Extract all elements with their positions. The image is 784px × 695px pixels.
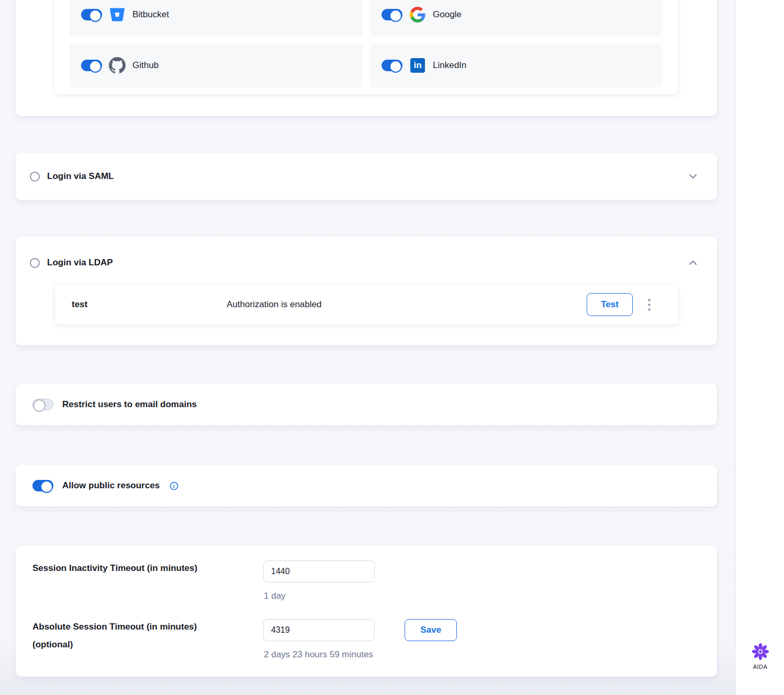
public-resources-toggle[interactable] <box>32 480 53 491</box>
ldap-config-name: test <box>72 299 227 310</box>
linkedin-icon: in <box>409 57 426 74</box>
bitbucket-icon <box>109 6 126 23</box>
absolute-timeout-input[interactable] <box>263 619 375 641</box>
provider-label: Google <box>433 9 462 20</box>
ldap-title: Login via LDAP <box>47 257 113 268</box>
aida-flower-icon <box>752 643 769 660</box>
google-icon <box>409 6 426 23</box>
bitbucket-toggle[interactable] <box>81 9 102 20</box>
ldap-config-status: Authorization is enabled <box>227 299 587 310</box>
restrict-domains-title: Restrict users to email domains <box>62 399 197 410</box>
provider-row-linkedin: in LinkedIn <box>370 43 662 87</box>
save-button[interactable]: Save <box>405 619 457 641</box>
absolute-timeout-hint: 2 days 23 hours 59 minutes <box>264 649 373 660</box>
public-resources-card: Allow public resources <box>16 465 717 507</box>
chevron-down-icon[interactable] <box>687 170 699 183</box>
inactivity-timeout-input[interactable] <box>263 561 375 582</box>
absolute-timeout-label-optional: (optional) <box>32 640 73 650</box>
ldap-config-row: test Authorization is enabled Test <box>55 285 678 324</box>
aida-label: AIDA <box>753 664 768 670</box>
google-toggle[interactable] <box>382 9 402 20</box>
provider-row-google: Google <box>370 0 662 37</box>
ldap-test-button[interactable]: Test <box>587 293 633 316</box>
social-login-card: Bitbucket Google <box>16 0 717 116</box>
absolute-timeout-label: Absolute Session Timeout (in minutes) <box>32 622 197 632</box>
ldap-radio[interactable] <box>30 258 40 268</box>
saml-section-card: Login via SAML <box>16 153 717 200</box>
github-toggle[interactable] <box>81 60 102 71</box>
provider-label: Github <box>132 60 159 71</box>
chevron-up-icon[interactable] <box>687 256 699 269</box>
auth-settings-page: Bitbucket Google <box>0 0 784 695</box>
restrict-domains-toggle[interactable] <box>32 399 53 410</box>
provider-label: Bitbucket <box>132 9 169 20</box>
info-icon[interactable] <box>170 481 178 490</box>
restrict-domains-card: Restrict users to email domains <box>16 384 717 425</box>
public-resources-title: Allow public resources <box>62 480 160 491</box>
ldap-section-card: Login via LDAP test Authorization is ena… <box>16 237 717 345</box>
provider-label: LinkedIn <box>433 60 466 71</box>
session-timeout-card: Session Inactivity Timeout (in minutes) … <box>16 546 717 677</box>
right-side-panel: AIDA <box>735 0 784 695</box>
saml-title: Login via SAML <box>47 171 114 182</box>
github-icon <box>109 57 126 74</box>
provider-row-github: Github <box>70 43 363 87</box>
aida-widget[interactable]: AIDA <box>736 643 784 670</box>
kebab-menu-icon[interactable] <box>646 297 653 313</box>
saml-radio[interactable] <box>30 172 40 182</box>
settings-scroll-area: Bitbucket Google <box>0 0 735 695</box>
inactivity-timeout-label: Session Inactivity Timeout (in minutes) <box>32 563 197 574</box>
provider-row-bitbucket: Bitbucket <box>70 0 363 37</box>
inactivity-timeout-hint: 1 day <box>264 591 286 601</box>
providers-panel: Bitbucket Google <box>55 0 678 94</box>
linkedin-toggle[interactable] <box>382 60 402 71</box>
